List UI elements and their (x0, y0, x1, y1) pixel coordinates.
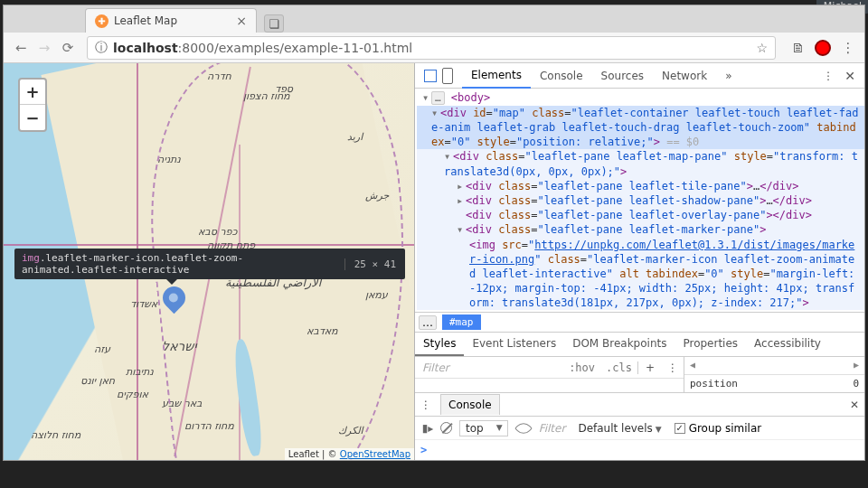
console-filter-input[interactable]: Filter (539, 422, 566, 435)
url-host: localhost (113, 41, 178, 55)
place-label: מחוז חלוצה (31, 429, 80, 441)
zoom-control: + − (18, 78, 47, 132)
back-button[interactable]: ← (9, 36, 33, 60)
browser-tab[interactable]: ✚ Leaflet Map × (85, 8, 257, 33)
url-path: /examples/example-11-01.html (214, 41, 412, 55)
tabs-overflow[interactable]: » (716, 64, 741, 88)
place-label: חדרה (207, 70, 231, 82)
crumb-overflow[interactable]: … (419, 315, 437, 330)
place-label: באר שבע (162, 398, 202, 409)
new-tab-button[interactable]: ❏ (264, 14, 284, 33)
place-label: מחוז הדרום (184, 420, 234, 432)
console-drawer: ⋮ Console ✕ ▮▸ top Filter Default levels… (415, 392, 864, 460)
place-label: اربد (347, 131, 363, 143)
inspect-element-icon[interactable] (424, 70, 437, 82)
reader-icon[interactable]: 🗎 (787, 37, 808, 59)
log-levels-select[interactable]: Default levels (574, 422, 665, 435)
tab-console[interactable]: Console (531, 64, 592, 88)
drawer-menu-icon[interactable]: ⋮ (420, 399, 431, 411)
tab-sources[interactable]: Sources (592, 64, 653, 88)
place-label: נתיבות (126, 366, 154, 378)
place-label: עמאן (365, 289, 388, 301)
leaflet-favicon: ✚ (95, 14, 108, 28)
leaflet-map[interactable]: חדרה נתניה מחוז הצפון ספד اربد جرش כפר ס… (4, 63, 414, 460)
zoom-out-button[interactable]: − (20, 105, 45, 130)
device-toolbar-icon[interactable] (442, 68, 453, 84)
devtools-toolbar: Elements Console Sources Network » ⋮ ✕ (415, 63, 864, 89)
group-similar-label: Group similar (689, 422, 762, 435)
place-label: ספד (275, 83, 293, 95)
osm-link[interactable]: OpenStreetMap (340, 449, 410, 459)
styles-tab-accessibility[interactable]: Accessibility (746, 333, 829, 356)
element-tooltip: img.leaflet-marker-icon.leaflet-zoom-ani… (14, 249, 405, 279)
menu-icon[interactable]: ⋮ (837, 37, 859, 59)
styles-more-icon[interactable]: ⋮ (662, 361, 684, 374)
console-sidebar-icon[interactable]: ▮▸ (420, 422, 435, 435)
drawer-close-icon[interactable]: ✕ (850, 399, 859, 411)
cls-toggle[interactable]: .cls (600, 361, 637, 374)
close-tab-icon[interactable]: × (236, 14, 247, 28)
place-label: כפר סבא (198, 226, 237, 238)
styles-tab-properties[interactable]: Properties (675, 333, 746, 356)
place-label: אופקים (117, 389, 148, 400)
tab-strip: ✚ Leaflet Map × ❏ (4, 5, 864, 33)
execution-context-select[interactable]: top (459, 420, 508, 436)
place-label: جرش (365, 190, 389, 202)
console-input[interactable]: > (415, 440, 864, 460)
live-expression-icon[interactable] (514, 419, 533, 437)
devtools-close-icon[interactable]: ✕ (844, 69, 855, 83)
group-similar-checkbox[interactable]: ✓ (675, 423, 685, 434)
tab-network[interactable]: Network (653, 64, 716, 88)
breadcrumb[interactable]: … #map (415, 312, 864, 332)
styles-tab-styles[interactable]: Styles (415, 333, 464, 356)
bookmark-icon[interactable]: ☆ (756, 41, 768, 55)
styles-tab-dom-breakpoints[interactable]: DOM Breakpoints (564, 333, 675, 356)
styles-pane: Styles Event Listeners DOM Breakpoints P… (415, 332, 864, 392)
hov-toggle[interactable]: :hov (563, 361, 600, 374)
place-label: אשדוד (130, 298, 157, 310)
dom-tree[interactable]: ▾… <body> ▾<div id="map" class="leaflet-… (415, 89, 864, 312)
map-marker[interactable] (163, 286, 185, 324)
styles-filter-input[interactable]: Filter (415, 361, 563, 374)
url-field[interactable]: ⓘ localhost :8000 /examples/example-11-0… (87, 36, 776, 60)
tab-title: Leaflet Map (114, 14, 177, 27)
place-label: الكرك (338, 425, 363, 436)
drawer-tab-console[interactable]: Console (440, 394, 500, 415)
place-label: חאן יונס (80, 375, 115, 387)
map-attribution: Leaflet | © OpenStreetMap (285, 448, 414, 460)
box-model: ◀ ▶ position0 (684, 357, 864, 392)
reload-button[interactable]: ⟳ (56, 36, 80, 60)
crumb-map[interactable]: #map (442, 314, 481, 330)
styles-tab-event-listeners[interactable]: Event Listeners (464, 333, 564, 356)
address-bar: ← → ⟳ ⓘ localhost :8000 /examples/exampl… (4, 33, 864, 63)
place-label: ישראל (162, 339, 196, 353)
clear-console-icon[interactable] (440, 422, 452, 434)
tab-elements[interactable]: Elements (462, 63, 531, 89)
zoom-in-button[interactable]: + (20, 80, 45, 105)
opera-icon[interactable] (812, 37, 834, 59)
forward-button[interactable]: → (33, 36, 56, 60)
site-info-icon[interactable]: ⓘ (95, 40, 108, 56)
place-label: נתניה (157, 154, 181, 165)
place-label: מאדבא (307, 325, 338, 337)
devtools-panel: Elements Console Sources Network » ⋮ ✕ ▾… (414, 63, 864, 460)
url-port: :8000 (178, 41, 214, 55)
element-size: 25 × 41 (344, 258, 405, 270)
devtools-menu-icon[interactable]: ⋮ (823, 70, 834, 82)
new-style-rule-button[interactable]: + (637, 361, 662, 374)
place-label: עזה (94, 343, 110, 355)
browser-window: ✚ Leaflet Map × ❏ ← → ⟳ ⓘ localhost :800… (3, 5, 865, 461)
